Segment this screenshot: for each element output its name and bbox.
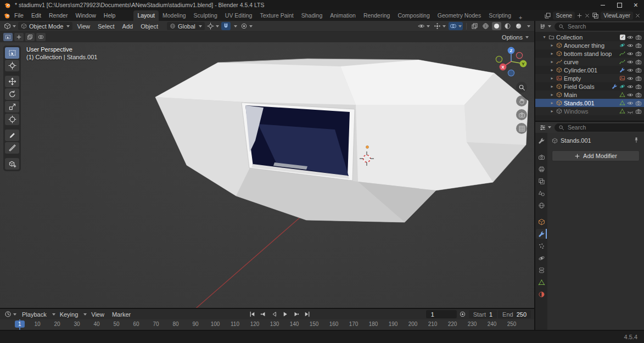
tab-geometry-nodes[interactable]: Geometry Nodes xyxy=(434,10,485,21)
tab-animation[interactable]: Animation xyxy=(326,10,360,21)
render-visibility-icon[interactable] xyxy=(635,34,642,41)
properties-search[interactable] xyxy=(555,123,644,132)
pan-button[interactable] xyxy=(516,95,527,106)
outliner-item-windows[interactable]: ▸ Windows xyxy=(535,107,644,115)
timeline-editor-type-button[interactable] xyxy=(3,310,18,318)
tab-compositing[interactable]: Compositing xyxy=(394,10,433,21)
tab-constraint-properties[interactable] xyxy=(536,265,547,275)
tab-modeling[interactable]: Modeling xyxy=(159,10,190,21)
viewport-menu-view[interactable]: View xyxy=(74,23,93,30)
render-visibility-icon[interactable] xyxy=(635,42,642,49)
jump-to-start-button[interactable] xyxy=(248,310,257,319)
gizmos-toggle[interactable] xyxy=(433,22,447,30)
tab-scripting[interactable]: Scripting xyxy=(485,10,515,21)
viewport-canvas[interactable] xyxy=(0,42,534,308)
select-mode-extend-button[interactable] xyxy=(14,33,24,41)
navigation-gizmo[interactable]: Z X Y xyxy=(494,45,529,80)
transform-orientation-dropdown[interactable]: Global xyxy=(167,22,205,30)
add-modifier-button[interactable]: Add Modifier xyxy=(552,150,640,161)
collection-checkbox[interactable]: ✓ xyxy=(620,35,625,40)
pivot-point-dropdown[interactable] xyxy=(206,22,220,30)
outliner-item-empty[interactable]: ▸ Empty xyxy=(535,74,644,82)
tool-transform[interactable] xyxy=(5,114,19,125)
playhead[interactable]: 1 xyxy=(15,320,25,328)
tab-world-properties[interactable] xyxy=(536,200,547,210)
timeline-ruler[interactable]: 1020304050607080901001101201301401501601… xyxy=(0,319,534,330)
tab-object-properties[interactable] xyxy=(536,217,547,227)
select-mode-subtract-button[interactable] xyxy=(25,33,35,41)
tab-tool-properties[interactable] xyxy=(536,136,547,145)
outliner-collection-row[interactable]: ▾ Collection ✓ xyxy=(535,33,644,41)
mode-dropdown[interactable]: Object Mode xyxy=(18,22,72,30)
shading-dropdown[interactable] xyxy=(525,25,531,28)
outliner-item-field-goals[interactable]: ▸ Field Goals xyxy=(535,82,644,91)
close-button[interactable]: ✕ xyxy=(628,0,644,10)
view-layer-selector[interactable]: ViewLayer xyxy=(601,12,633,20)
hide-eye-icon[interactable] xyxy=(627,83,634,90)
outliner-search[interactable] xyxy=(555,23,644,31)
tool-select-box[interactable] xyxy=(5,47,19,59)
maximize-button[interactable] xyxy=(611,0,628,10)
tool-annotate[interactable] xyxy=(5,130,19,141)
expand-arrow-icon[interactable]: ▸ xyxy=(550,84,555,89)
play-reverse-button[interactable] xyxy=(270,310,279,319)
unlink-scene-icon[interactable] xyxy=(584,13,590,19)
tool-scale[interactable] xyxy=(5,101,19,113)
axis-z-ball[interactable]: Z xyxy=(508,47,515,54)
axis-y-ball[interactable]: Y xyxy=(520,60,527,68)
expand-arrow-icon[interactable]: ▸ xyxy=(550,76,555,81)
overlays-toggle[interactable] xyxy=(449,22,463,30)
hidden-eye-closed-icon[interactable] xyxy=(627,108,634,115)
frame-end-field[interactable]: End 250 xyxy=(498,310,531,318)
outliner-item-cylinder-001[interactable]: ▸ Cylinder.001 xyxy=(535,66,644,74)
view-layer-icon[interactable] xyxy=(592,12,599,19)
tab-sculpting[interactable]: Sculpting xyxy=(190,10,221,21)
jump-prev-keyframe-button[interactable] xyxy=(259,310,268,319)
hide-eye-icon[interactable] xyxy=(627,75,634,82)
tab-scene-properties[interactable] xyxy=(536,188,547,198)
object-type-visibility-dropdown[interactable] xyxy=(417,22,431,30)
tab-output-properties[interactable] xyxy=(536,164,547,174)
tool-measure[interactable] xyxy=(5,142,19,154)
new-scene-icon[interactable] xyxy=(576,13,583,19)
render-visibility-icon[interactable] xyxy=(635,50,642,57)
menu-help[interactable]: Help xyxy=(100,10,120,21)
tab-particle-properties[interactable] xyxy=(536,241,547,251)
render-visibility-icon[interactable] xyxy=(635,100,642,106)
camera-view-button[interactable] xyxy=(516,109,527,120)
axis-neg-z-ball[interactable] xyxy=(508,70,514,76)
viewport-menu-object[interactable]: Object xyxy=(137,23,161,30)
expand-arrow-icon[interactable]: ▸ xyxy=(550,51,555,56)
timeline-menu-marker[interactable]: Marker xyxy=(109,311,134,318)
collapse-arrow-icon[interactable]: ▾ xyxy=(542,35,547,40)
jump-next-keyframe-button[interactable] xyxy=(292,310,301,319)
play-button[interactable] xyxy=(281,310,290,319)
select-mode-invert-button[interactable] xyxy=(36,33,46,41)
expand-arrow-icon[interactable]: ▸ xyxy=(550,43,555,48)
expand-arrow-icon[interactable]: ▸ xyxy=(550,109,555,114)
shading-rendered-button[interactable] xyxy=(514,22,523,30)
timeline-menu-playback[interactable]: Playback xyxy=(19,311,50,318)
hide-eye-icon[interactable] xyxy=(627,59,634,65)
proportional-editing-toggle[interactable] xyxy=(239,22,254,30)
properties-search-input[interactable] xyxy=(567,123,643,131)
options-dropdown[interactable]: Options xyxy=(502,34,531,41)
shading-wireframe-button[interactable] xyxy=(481,22,490,30)
current-frame-field[interactable]: 1 xyxy=(426,310,457,318)
outliner-item-bottom-stand-loop[interactable]: ▸ bottom stand loop xyxy=(535,49,644,58)
blender-menu-icon[interactable] xyxy=(3,12,10,19)
axis-neg-y-ball[interactable] xyxy=(496,56,502,62)
hide-eye-icon[interactable] xyxy=(627,50,634,57)
render-visibility-icon[interactable] xyxy=(635,108,642,115)
tab-rendering[interactable]: Rendering xyxy=(360,10,394,21)
expand-arrow-icon[interactable]: ▸ xyxy=(550,68,555,72)
tab-uv-editing[interactable]: UV Editing xyxy=(221,10,256,21)
perspective-toggle-button[interactable] xyxy=(516,123,527,134)
tool-move[interactable] xyxy=(5,76,19,87)
tab-object-data-properties[interactable] xyxy=(536,277,547,287)
hide-eye-icon[interactable] xyxy=(627,67,634,74)
minimize-button[interactable] xyxy=(595,0,611,10)
render-visibility-icon[interactable] xyxy=(635,59,642,65)
pin-icon[interactable] xyxy=(633,137,640,143)
timeline-menu-view[interactable]: View xyxy=(88,311,108,318)
